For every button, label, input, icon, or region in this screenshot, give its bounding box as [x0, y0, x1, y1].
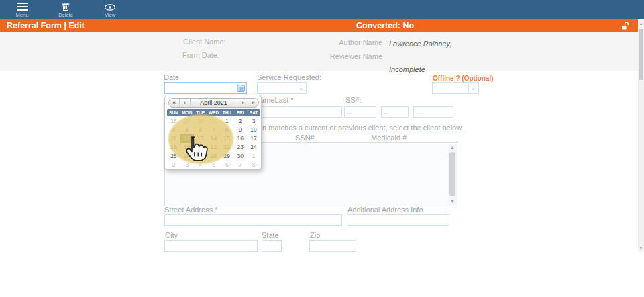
- author-name-label: Author Name: [315, 38, 382, 46]
- additional-address-label: Additional Address Info: [347, 206, 423, 214]
- form-header: Client Name: Form Date: Author Name Lawr…: [0, 32, 638, 71]
- calendar-day[interactable]: 30: [233, 152, 247, 161]
- reviewer-name-label: Reviewer Name: [315, 52, 382, 60]
- city-label: City: [165, 231, 178, 239]
- eye-icon: [105, 4, 116, 11]
- city-input[interactable]: [164, 240, 258, 252]
- author-name-value: Lawrence Rainney,: [389, 40, 451, 48]
- ssn-part3-input[interactable]: [413, 106, 453, 118]
- additional-address-input[interactable]: [347, 214, 449, 226]
- converted-status: Converted: No: [356, 21, 414, 30]
- name-last-label: ameLast *: [260, 96, 294, 104]
- calendar-day[interactable]: 3: [247, 117, 260, 126]
- listbox-scrollbar[interactable]: ▲ ▼: [448, 144, 457, 205]
- page-scroll-up-icon[interactable]: ▲: [638, 19, 644, 28]
- street-address-label: Street Address *: [164, 206, 218, 214]
- page-title: Referral Form | Edit: [7, 21, 85, 30]
- page-scroll-down-icon[interactable]: ▼: [638, 244, 644, 252]
- title-bar: Referral Form | Edit Converted: No: [0, 19, 638, 32]
- hamburger-icon: [17, 3, 28, 11]
- calendar-day[interactable]: 9: [233, 126, 247, 134]
- cursor-hand-icon: [182, 135, 208, 162]
- calendar-picker-button[interactable]: [235, 82, 247, 94]
- next-year-button[interactable]: »: [248, 99, 258, 107]
- calendar-day[interactable]: 10: [247, 126, 260, 134]
- service-requested-select[interactable]: ⌄: [257, 82, 307, 94]
- name-last-input[interactable]: [257, 106, 342, 118]
- calendar-dayname: FRI: [233, 109, 247, 116]
- state-label: State: [262, 231, 279, 239]
- scroll-up-icon[interactable]: ▲: [448, 144, 457, 151]
- page-scrollbar[interactable]: ▲ ▼: [638, 19, 644, 252]
- calendar-icon: [237, 84, 245, 92]
- calendar-dayname: THU: [220, 109, 233, 116]
- calendar-day[interactable]: 7: [233, 161, 247, 169]
- street-address-input[interactable]: [164, 214, 342, 226]
- offline-optional-label: Offline ? (Optional): [433, 75, 494, 82]
- offline-select[interactable]: ⌄: [432, 82, 479, 94]
- date-label: Date: [164, 73, 179, 81]
- chevron-down-icon: ⌄: [299, 83, 304, 93]
- calendar-day[interactable]: 16: [233, 134, 247, 143]
- calendar-day[interactable]: 24: [247, 143, 260, 152]
- scrollbar-thumb[interactable]: [449, 152, 455, 196]
- calendar-dayname: SAT: [247, 109, 260, 116]
- delete-label: Delete: [51, 12, 80, 18]
- client-match-hint: n matches a current or previous client, …: [262, 124, 464, 132]
- calendar-day-names-row: SUNMONTUEWEDTHUFRISAT: [167, 109, 260, 116]
- view-button[interactable]: View: [95, 0, 125, 19]
- calendar-day[interactable]: 2: [233, 117, 247, 126]
- medicaid-column-label: Medicaid #: [371, 134, 407, 142]
- form-status-value: Incomplete: [389, 65, 425, 73]
- menu-button[interactable]: Menu: [7, 0, 37, 19]
- top-toolbar: Menu Delete View: [0, 0, 644, 19]
- ssn-part1-input[interactable]: [344, 106, 376, 118]
- calendar-day[interactable]: 2: [167, 161, 180, 169]
- service-requested-label: Service Requested:: [257, 73, 321, 81]
- delete-button[interactable]: Delete: [51, 0, 80, 19]
- calendar-day[interactable]: 17: [247, 134, 260, 143]
- calendar-dayname: SUN: [167, 109, 180, 116]
- app-window: Menu Delete View Referral Form | Edit Co…: [0, 0, 644, 297]
- chevron-down-icon: ⌄: [468, 83, 476, 94]
- zip-input[interactable]: [309, 240, 356, 252]
- calendar-day[interactable]: 6: [220, 161, 233, 169]
- unlock-icon[interactable]: [621, 22, 630, 30]
- ssn-part2-input[interactable]: [381, 106, 409, 118]
- menu-label: Menu: [7, 12, 37, 18]
- next-month-button[interactable]: ›: [237, 99, 248, 107]
- zip-label: Zip: [310, 231, 320, 239]
- state-input[interactable]: [262, 240, 282, 252]
- prev-year-button[interactable]: «: [169, 99, 180, 107]
- calendar-day[interactable]: 23: [233, 143, 247, 152]
- date-input[interactable]: [164, 82, 235, 94]
- scroll-down-icon[interactable]: ▼: [448, 198, 457, 205]
- calendar-month-title[interactable]: April 2021: [191, 99, 237, 107]
- calendar-day[interactable]: 1: [247, 152, 260, 161]
- view-label: View: [95, 12, 125, 18]
- page-scrollbar-thumb[interactable]: [639, 29, 643, 80]
- trash-icon: [62, 2, 70, 11]
- client-name-label: Client Name:: [183, 38, 226, 46]
- form-date-label: Form Date:: [182, 51, 219, 59]
- ssn-column-label: SSN#: [295, 134, 315, 142]
- calendar-nav: « ‹ April 2021 › »: [168, 98, 259, 108]
- ss-label: SS#:: [345, 96, 362, 104]
- prev-month-button[interactable]: ‹: [180, 99, 191, 107]
- calendar-day[interactable]: 8: [247, 161, 260, 169]
